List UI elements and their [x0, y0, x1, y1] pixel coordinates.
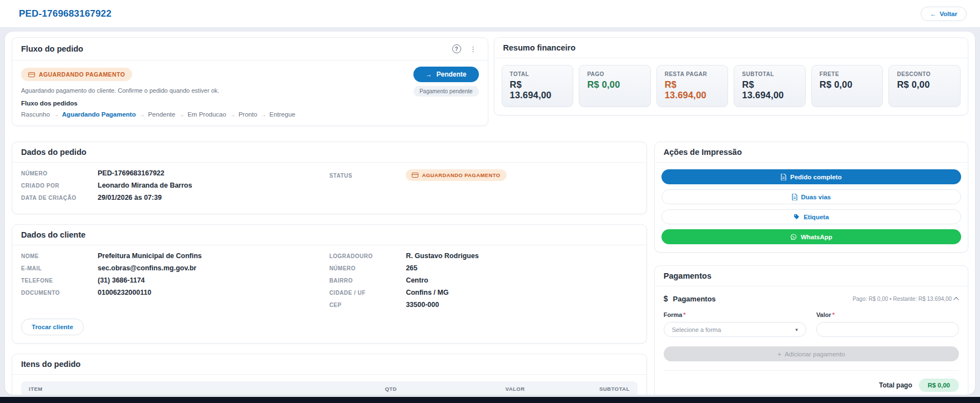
field-logradouro: LOGRADOURO R. Gustavo Rodrigues [329, 252, 637, 260]
fin-card-frete: FRETE R$ 0,00 [811, 65, 883, 107]
fin-card-pago: PAGO R$ 0,00 [579, 65, 651, 107]
client-data-title: Dados do cliente [21, 230, 85, 239]
document-icon [792, 194, 797, 200]
tag-icon [794, 214, 800, 220]
whatsapp-button[interactable]: WhatsApp [661, 229, 961, 244]
change-client-button[interactable]: Trocar cliente [21, 319, 84, 335]
field-numero-endereco: NÚMERO 265 [329, 264, 637, 272]
order-status-badge: AGUARDANDO PAGAMENTO [406, 169, 506, 181]
payment-method-select[interactable]: Selecione a forma ▾ [664, 322, 806, 337]
order-items-title: Itens do pedido [21, 360, 80, 369]
flow-description: Aguardando pagamento do cliente. Confirm… [21, 87, 365, 94]
main-content: Fluxo do pedido ? ⋮ AGUARDANDO PAGAMENTO… [5, 32, 975, 395]
field-documento: DOCUMENTO 01006232000110 [21, 289, 329, 296]
back-button[interactable]: ← Voltar [921, 7, 967, 21]
fin-card-desconto: DESCONTO R$ 0,00 [888, 65, 961, 107]
divider [664, 370, 959, 371]
whatsapp-icon [790, 234, 797, 240]
payments-title: Pagamentos [664, 271, 711, 280]
field-cidade-uf: CIDADE / UF Confins / MG [329, 289, 637, 296]
print-full-order-button[interactable]: Pedido completo [661, 169, 961, 184]
forward-arrow-icon: → [426, 70, 432, 78]
client-data-card: Dados do cliente NOME Prefeitura Municip… [12, 224, 647, 344]
valor-label: Valor* [816, 311, 959, 318]
field-status: STATUS AGUARDANDO PAGAMENTO [329, 169, 637, 181]
status-badge: AGUARDANDO PAGAMENTO [21, 68, 132, 81]
credit-card-icon [28, 72, 35, 77]
step-arrow-icon: → [53, 112, 59, 118]
fin-card-total: TOTAL R$ 13.694,00 [502, 65, 574, 107]
total-paid-badge: R$ 0,00 [919, 379, 959, 392]
document-icon [781, 174, 786, 180]
credit-card-icon [412, 173, 418, 178]
payments-card: Pagamentos $ Pagamentos Pago: R$ 0,00 • … [654, 265, 968, 395]
print-two-copies-button[interactable]: Duas vias [661, 189, 961, 204]
field-bairro: BAIRRO Centro [329, 276, 637, 284]
order-flow-card: Fluxo do pedido ? ⋮ AGUARDANDO PAGAMENTO… [12, 37, 488, 126]
dollar-icon: $ [664, 294, 668, 303]
step-arrow-icon: → [139, 112, 145, 118]
field-criado-por: CRIADO POR Leonardo Miranda de Barros [21, 182, 329, 189]
plus-icon: + [777, 351, 781, 357]
flow-step: Pronto [239, 111, 257, 118]
field-numero: NÚMERO PED-1769683167922 [21, 169, 329, 177]
field-email: E-MAIL sec.obras@confins.mg.gov.br [21, 264, 329, 272]
field-cep: CEP 33500-000 [329, 301, 637, 309]
field-data-criacao: DATA DE CRIAÇÃO 29/01/2026 às 07:39 [21, 194, 329, 202]
bottom-strip [0, 397, 980, 403]
step-arrow-icon: → [261, 112, 266, 118]
forma-label: Forma* [664, 311, 806, 318]
payments-summary: Pago: R$ 0,00 • Restante: R$ 13.694,00 [852, 296, 959, 302]
field-telefone: TELEFONE (31) 3686-1174 [21, 276, 329, 284]
caret-down-icon: ▾ [795, 327, 798, 333]
help-icon[interactable]: ? [451, 43, 462, 54]
field-nome: NOME Prefeitura Municipal de Confins [21, 252, 329, 260]
top-bar: PED-1769683167922 ← Voltar [0, 0, 980, 28]
fin-card-resta-pagar: RESTA PAGAR R$ 13.694,00 [656, 65, 729, 107]
items-table-header: ITEM QTD VALOR SUBTOTAL [21, 381, 638, 395]
flow-steps: Rascunho → Aguardando Pagamento → Penden… [21, 111, 479, 118]
flow-step: Entregue [270, 111, 296, 118]
order-data-title: Dados do pedido [21, 148, 87, 157]
add-payment-button[interactable]: + Adicionar pagamento [664, 346, 959, 361]
kebab-menu-icon[interactable]: ⋮ [468, 43, 479, 54]
fin-card-subtotal: SUBTOTAL R$ 13.694,00 [734, 65, 806, 107]
flow-steps-label: Fluxo dos pedidos [21, 100, 479, 107]
flow-step: Em Producao [188, 111, 226, 118]
advance-status-button[interactable]: → Pendente [413, 67, 479, 82]
financial-summary-title: Resumo financeiro [503, 43, 576, 52]
flow-step: Rascunho [21, 111, 50, 118]
payment-pending-chip: Pagamento pendente [413, 86, 479, 97]
back-button-label: Voltar [939, 11, 957, 17]
order-data-card: Dados do pedido NÚMERO PED-1769683167922… [12, 142, 647, 214]
payment-value-input[interactable] [816, 322, 959, 337]
required-mark: * [832, 311, 835, 318]
flow-card-title: Fluxo do pedido [21, 44, 83, 53]
print-label-button[interactable]: Etiqueta [661, 209, 961, 224]
payments-section-title: Pagamentos [673, 295, 716, 303]
total-paid-label: Total pago [879, 381, 912, 389]
chevron-up-icon[interactable] [953, 296, 959, 302]
order-items-card: Itens do pedido ITEM QTD VALOR SUBTOTAL … [12, 354, 647, 395]
print-actions-card: Ações de Impressão Pedido completo Duas … [654, 142, 968, 253]
step-arrow-icon: → [179, 112, 184, 118]
print-actions-title: Ações de Impressão [664, 148, 742, 157]
step-arrow-icon: → [230, 112, 235, 118]
page-title: PED-1769683167922 [19, 8, 112, 19]
back-arrow-icon: ← [930, 11, 937, 17]
flow-step-active: Aguardando Pagamento [62, 111, 136, 118]
required-mark: * [683, 311, 685, 318]
flow-step: Pendente [148, 111, 175, 118]
financial-summary-card: Resumo financeiro TOTAL R$ 13.694,00 PAG… [494, 37, 968, 115]
